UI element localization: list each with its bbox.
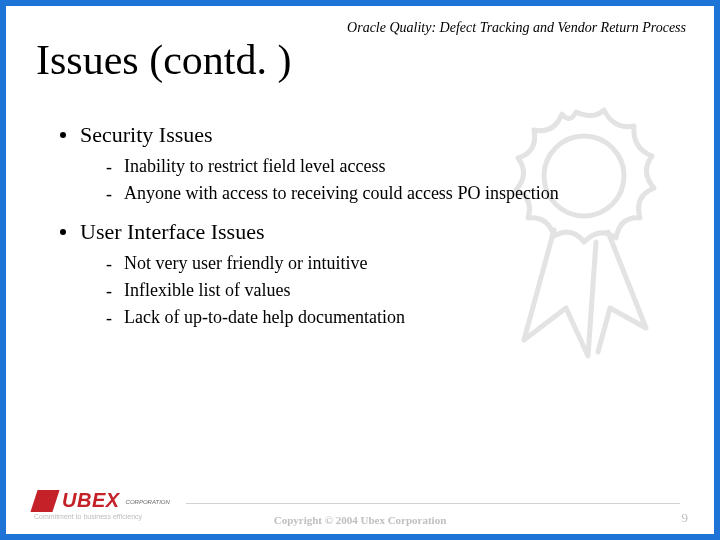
sub-item: - Not very user friendly or intuitive xyxy=(106,251,684,276)
sub-item-text: Inflexible list of values xyxy=(124,278,290,302)
logo-mark-icon xyxy=(30,490,59,512)
logo-text: UBEX xyxy=(62,489,120,512)
dash-icon: - xyxy=(106,155,112,179)
logo-corp: CORPORATION xyxy=(126,499,170,505)
sub-item-text: Inability to restrict field level access xyxy=(124,154,385,178)
bullet-item-security: Security Issues - Inability to restrict … xyxy=(60,122,684,207)
dash-icon: - xyxy=(106,182,112,206)
bullet-label: User Interface Issues xyxy=(80,219,264,245)
sub-list: - Inability to restrict field level acce… xyxy=(60,154,684,207)
dash-icon: - xyxy=(106,252,112,276)
sub-item: - Inflexible list of values xyxy=(106,278,684,303)
page-number: 9 xyxy=(682,510,689,526)
bullet-list: Security Issues - Inability to restrict … xyxy=(60,122,684,330)
header-label: Oracle Quality: Defect Tracking and Vend… xyxy=(347,20,686,36)
bullet-label: Security Issues xyxy=(80,122,213,148)
bullet-dot-icon xyxy=(60,229,66,235)
sub-item: - Inability to restrict field level acce… xyxy=(106,154,684,179)
bullet-item-ui: User Interface Issues - Not very user fr… xyxy=(60,219,684,331)
sub-item-text: Lack of up-to-date help documentation xyxy=(124,305,405,329)
dash-icon: - xyxy=(106,279,112,303)
copyright: Copyright © 2004 Ubex Corporation xyxy=(6,514,714,526)
sub-item: - Anyone with access to receiving could … xyxy=(106,181,684,206)
dash-icon: - xyxy=(106,306,112,330)
content-area: Security Issues - Inability to restrict … xyxy=(60,122,684,342)
slide-title: Issues (contd. ) xyxy=(36,36,291,84)
footer: UBEX CORPORATION Commitment to business … xyxy=(6,474,714,534)
slide: Oracle Quality: Defect Tracking and Vend… xyxy=(0,0,720,540)
sub-item: - Lack of up-to-date help documentation xyxy=(106,305,684,330)
sub-item-text: Anyone with access to receiving could ac… xyxy=(124,181,559,205)
sub-list: - Not very user friendly or intuitive - … xyxy=(60,251,684,331)
footer-rule xyxy=(186,503,680,504)
bullet-dot-icon xyxy=(60,132,66,138)
sub-item-text: Not very user friendly or intuitive xyxy=(124,251,367,275)
